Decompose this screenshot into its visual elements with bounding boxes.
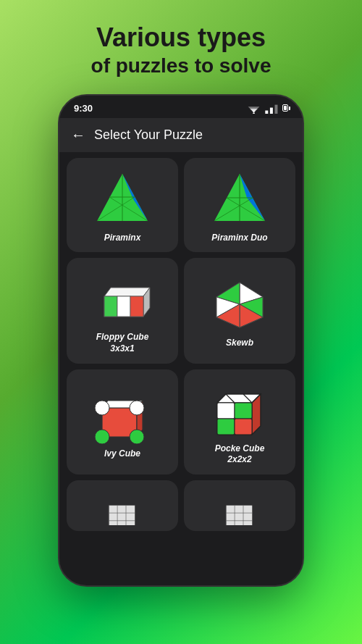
battery-icon	[282, 104, 288, 112]
svg-rect-4	[265, 110, 268, 114]
pocke-cube-label: Pocke Cube 2x2x2	[215, 443, 265, 466]
extra-cube-a-icon	[101, 489, 144, 525]
svg-point-42	[130, 430, 144, 444]
piraminx-duo-icon	[211, 170, 269, 228]
puzzle-card-pocke-cube[interactable]: Pocke Cube 2x2x2	[184, 369, 295, 474]
header-section: Various types of puzzles to solve	[77, 0, 286, 94]
svg-point-3	[253, 112, 255, 114]
svg-rect-62	[226, 505, 252, 525]
svg-rect-6	[275, 104, 278, 114]
svg-rect-49	[235, 403, 252, 419]
phone-frame: 9:30 ← Select Your Puzzle	[58, 94, 304, 587]
svg-rect-27	[117, 296, 130, 317]
svg-rect-50	[217, 419, 235, 435]
ivy-cube-label: Ivy Cube	[104, 448, 140, 460]
svg-rect-48	[217, 403, 235, 419]
floppy-cube-icon	[93, 269, 151, 327]
svg-rect-55	[109, 505, 135, 525]
skewb-icon	[211, 275, 269, 333]
svg-marker-2	[252, 110, 256, 112]
puzzle-card-piraminx-duo[interactable]: Piraminx Duo	[184, 158, 295, 252]
svg-marker-20	[104, 288, 150, 296]
piraminx-duo-label: Piraminx Duo	[211, 233, 267, 244]
svg-point-39	[95, 401, 109, 415]
status-time: 9:30	[74, 103, 93, 114]
piraminx-label: Piraminx	[104, 233, 141, 244]
puzzle-card-ivy-cube[interactable]: Ivy Cube	[67, 369, 178, 474]
svg-rect-28	[130, 296, 143, 317]
puzzle-grid: Piraminx Piraminx Duo	[59, 152, 303, 536]
puzzle-card-floppy-cube[interactable]: Floppy Cube 3x3x1	[67, 258, 178, 363]
svg-rect-26	[104, 296, 117, 317]
svg-rect-51	[235, 419, 252, 435]
nav-bar: ← Select Your Puzzle	[59, 118, 303, 152]
wifi-icon	[246, 103, 261, 114]
skewb-label: Skewb	[226, 338, 253, 349]
header-subtitle: of puzzles to solve	[91, 53, 272, 79]
svg-rect-5	[270, 107, 273, 114]
ivy-cube-icon	[93, 386, 151, 444]
svg-point-40	[130, 401, 144, 415]
pocke-cube-icon	[211, 381, 269, 439]
nav-title: Select Your Puzzle	[94, 127, 203, 143]
puzzle-card-extra-a[interactable]	[67, 480, 178, 531]
status-icons	[246, 103, 288, 114]
svg-point-41	[95, 430, 109, 444]
header-title: Various types	[91, 22, 272, 53]
puzzle-card-skewb[interactable]: Skewb	[184, 258, 295, 363]
status-bar: 9:30	[59, 96, 303, 119]
floppy-cube-label: Floppy Cube 3x3x1	[96, 332, 149, 354]
extra-cube-b-icon	[218, 489, 261, 525]
puzzle-card-piraminx[interactable]: Piraminx	[67, 158, 178, 252]
piraminx-icon	[93, 170, 151, 228]
puzzle-card-extra-b[interactable]	[184, 480, 295, 531]
back-button[interactable]: ←	[71, 127, 85, 143]
signal-icon	[264, 103, 279, 114]
